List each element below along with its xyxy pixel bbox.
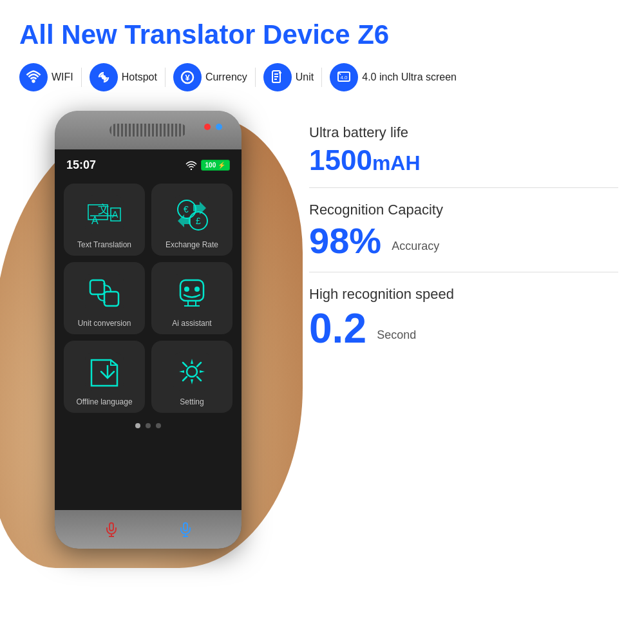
battery-indicator: 100 ⚡ xyxy=(201,160,230,171)
unit-label: Unit xyxy=(296,71,314,83)
svg-text:¥: ¥ xyxy=(185,73,190,82)
speaker-grille xyxy=(109,124,187,137)
page-title: All New Translator Device Z6 xyxy=(19,19,625,50)
phone-device: 15:07 100 ⚡ xyxy=(55,111,242,549)
screen-icon: 4.0 xyxy=(330,63,358,91)
app-offline-language[interactable]: Offline language xyxy=(64,341,145,413)
feature-currency: ¥ Currency xyxy=(173,63,247,91)
ai-assistant-label: Ai assistant xyxy=(172,319,211,328)
battery-section: Ultra battery life 1500mAH xyxy=(309,124,618,188)
feature-hotspot: Hotspot xyxy=(90,63,157,91)
setting-icon xyxy=(171,351,213,392)
left-mic-icon xyxy=(102,520,121,539)
svg-rect-43 xyxy=(184,523,187,531)
header: All New Translator Device Z6 WIFI xyxy=(0,0,644,111)
phone-time: 15:07 xyxy=(66,158,96,172)
setting-label: Setting xyxy=(180,397,204,406)
status-bar: 15:07 100 ⚡ xyxy=(61,156,235,175)
sep2 xyxy=(165,68,166,87)
feature-screen: 4.0 4.0 inch Ultra screen xyxy=(330,63,457,91)
sep1 xyxy=(81,68,82,87)
recognition-section: Recognition Capacity 98% Accuracy xyxy=(309,201,618,273)
svg-point-1 xyxy=(102,76,105,79)
exchange-rate-icon: € £ xyxy=(171,194,213,235)
offline-language-icon xyxy=(84,351,125,392)
dot-2 xyxy=(146,423,151,428)
sep3 xyxy=(255,68,256,87)
svg-point-0 xyxy=(33,80,35,82)
phone-screen: 15:07 100 ⚡ xyxy=(55,149,242,510)
app-text-translation[interactable]: 文 A A Text Translation xyxy=(64,184,145,256)
unit-conversion-icon xyxy=(84,272,125,314)
speed-value: 0.2 Second xyxy=(309,308,618,349)
svg-text:4.0: 4.0 xyxy=(341,75,348,80)
text-translation-icon: 文 A A xyxy=(84,194,125,235)
app-ai-assistant[interactable]: Ai assistant xyxy=(151,262,232,334)
svg-text:A: A xyxy=(112,209,118,220)
features-row: WIFI Hotspot ¥ xyxy=(19,63,625,91)
main-content: 15:07 100 ⚡ xyxy=(0,111,644,549)
hotspot-label: Hotspot xyxy=(122,71,157,83)
svg-point-32 xyxy=(194,287,200,292)
right-mic-icon xyxy=(176,520,195,539)
unit-conversion-label: Unit conversion xyxy=(78,319,131,328)
led-dots xyxy=(204,124,222,130)
wifi-label: WIFI xyxy=(52,71,73,83)
phone-container: 15:07 100 ⚡ xyxy=(13,111,283,549)
svg-text:€: € xyxy=(184,204,189,214)
wifi-status-icon xyxy=(185,161,197,170)
svg-point-31 xyxy=(184,287,189,292)
currency-label: Currency xyxy=(205,71,247,83)
recognition-value: 98% Accuracy xyxy=(309,223,618,259)
status-right: 100 ⚡ xyxy=(185,160,230,171)
dot-3 xyxy=(156,423,161,428)
sep4 xyxy=(321,68,322,87)
phone-bottom xyxy=(55,510,242,549)
app-setting[interactable]: Setting xyxy=(151,341,232,413)
screen-label: 4.0 inch Ultra screen xyxy=(362,71,457,83)
text-translation-label: Text Translation xyxy=(77,240,131,249)
svg-text:£: £ xyxy=(196,216,201,226)
svg-point-13 xyxy=(190,168,191,169)
recognition-subtitle: Recognition Capacity xyxy=(309,201,618,220)
unit-icon xyxy=(263,63,292,91)
app-grid: 文 A A Text Translation xyxy=(61,181,235,415)
app-unit-conversion[interactable]: Unit conversion xyxy=(64,262,145,334)
svg-rect-40 xyxy=(109,523,113,531)
battery-subtitle: Ultra battery life xyxy=(309,124,618,142)
currency-icon: ¥ xyxy=(173,63,202,91)
ai-assistant-icon xyxy=(171,272,213,314)
phone-top xyxy=(55,111,242,149)
hotspot-icon xyxy=(90,63,118,91)
speed-section: High recognition speed 0.2 Second xyxy=(309,285,618,362)
right-info-panel: Ultra battery life 1500mAH Recognition C… xyxy=(283,111,631,375)
svg-text:A: A xyxy=(91,215,99,226)
exchange-rate-label: Exchange Rate xyxy=(166,240,218,249)
feature-unit: Unit xyxy=(263,63,314,91)
battery-value: 1500mAH xyxy=(309,146,618,175)
speed-subtitle: High recognition speed xyxy=(309,285,618,304)
feature-wifi: WIFI xyxy=(19,63,73,91)
svg-rect-38 xyxy=(173,352,211,391)
led-red xyxy=(204,124,211,130)
app-exchange-rate[interactable]: € £ Exchange Rate xyxy=(151,184,232,256)
wifi-icon xyxy=(19,63,48,91)
dot-1 xyxy=(135,423,140,428)
led-blue xyxy=(216,124,222,130)
offline-language-label: Offline language xyxy=(76,397,132,406)
nav-dots xyxy=(61,415,235,433)
